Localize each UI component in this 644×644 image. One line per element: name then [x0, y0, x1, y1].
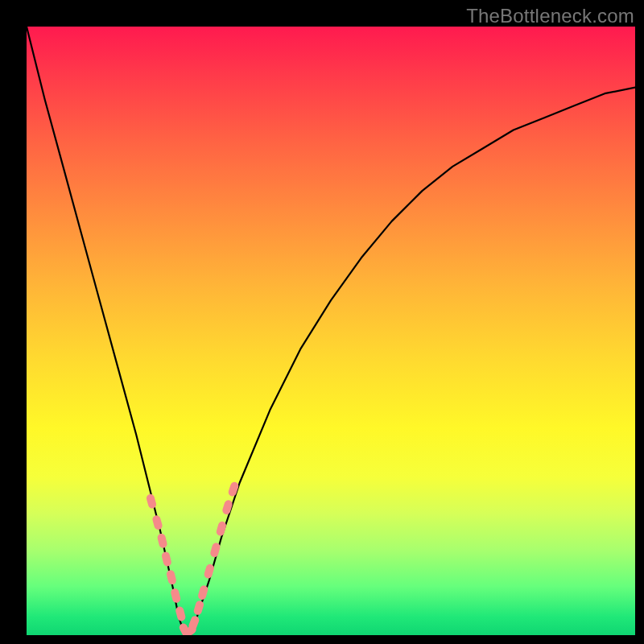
marker-capsule — [161, 551, 172, 568]
marker-capsule — [166, 569, 177, 585]
chart-frame: TheBottleneck.com — [0, 0, 644, 644]
bottleneck-curve-svg — [27, 27, 635, 635]
watermark-text: TheBottleneck.com — [466, 5, 634, 27]
marker-capsule — [146, 493, 158, 510]
plot-area — [27, 27, 635, 635]
marker-capsule — [193, 600, 205, 616]
highlighted-points-group — [146, 481, 240, 635]
marker-capsule — [151, 514, 163, 530]
bottleneck-curve-line — [27, 27, 635, 635]
marker-capsule — [170, 588, 181, 604]
marker-capsule — [157, 533, 168, 549]
marker-capsule — [221, 499, 233, 515]
